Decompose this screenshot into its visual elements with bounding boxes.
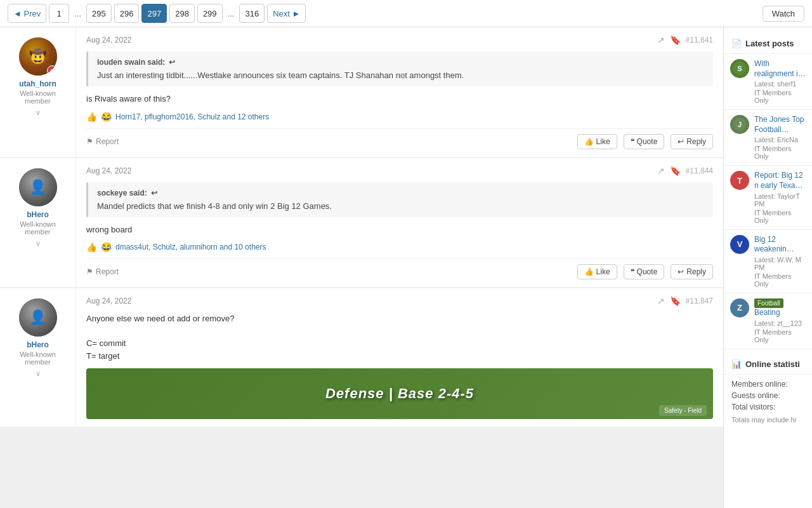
- post-11847: 👤 bHero Well-known member ∨ Aug 24, 2022…: [0, 288, 723, 427]
- guests-online-row: Guests online:: [731, 391, 804, 400]
- pagination-bar: ◄ Prev 1 ... 295 296 297 298 299 ... 316…: [0, 0, 812, 27]
- author-role: Well-known member: [6, 220, 69, 236]
- page-295[interactable]: 295: [86, 4, 112, 23]
- like-button[interactable]: 👍 Like: [577, 264, 617, 279]
- post-footer: ⚑ Report 👍 Like ❝ Quote ↩: [86, 258, 713, 279]
- latest-post-3[interactable]: T Report: Big 12 n early Texas, Okl Late…: [724, 166, 812, 229]
- admin-badge: A: [47, 65, 57, 76]
- total-visitors-row: Total visitors:: [731, 403, 804, 411]
- reply-button[interactable]: ↩ Reply: [671, 134, 713, 149]
- avatar: 🤠 A: [19, 37, 57, 76]
- safety-label: Safety - Field: [664, 407, 702, 414]
- bookmark-icon[interactable]: 🔖: [670, 296, 681, 306]
- quote-block: sockeye said: ↩ Mandel predicts that we …: [86, 182, 713, 217]
- reply-btn-icon: ↩: [678, 137, 684, 146]
- author-chevron[interactable]: ∨: [6, 109, 69, 117]
- page-297[interactable]: 297: [141, 4, 167, 23]
- share-icon[interactable]: ↗: [657, 166, 665, 176]
- page-316[interactable]: 316: [239, 4, 265, 23]
- share-icon[interactable]: ↗: [657, 296, 665, 306]
- members-label: Members online:: [731, 380, 788, 389]
- like-btn-icon: 👍: [584, 267, 594, 276]
- quote-attribution: sockeye said: ↩: [97, 189, 704, 197]
- lp-content-5: Football Beating Latest: zt__123 IT Memb…: [754, 298, 806, 344]
- reaction-users[interactable]: Horn17, pflughorn2016, Schulz and 12 oth…: [115, 112, 269, 121]
- page-299[interactable]: 299: [197, 4, 223, 23]
- quote-attribution: louden swain said: ↩: [97, 58, 704, 67]
- footer-actions: 👍 Like ❝ Quote ↩ Reply: [577, 264, 713, 279]
- post-footer: ⚑ Report 👍 Like ❝ Quote ↩: [86, 128, 713, 149]
- page-298[interactable]: 298: [169, 4, 195, 23]
- quote-button[interactable]: ❝ Quote: [624, 264, 665, 279]
- document-icon: 📄: [731, 39, 742, 48]
- reply-button[interactable]: ↩ Reply: [671, 264, 713, 279]
- author-chevron[interactable]: ∨: [6, 370, 69, 378]
- lp-title-3: Report: Big 12 n early Texas, Okl: [754, 171, 806, 190]
- quote-button[interactable]: ❝ Quote: [624, 134, 665, 149]
- dots-2: ...: [225, 9, 237, 18]
- reply-icon: ↩: [169, 58, 175, 67]
- post-actions-top: ↗ 🔖 #11,844: [657, 166, 713, 176]
- like-btn-icon: 👍: [584, 137, 594, 146]
- post-author-bhero-2: 👤 bHero Well-known member ∨: [0, 288, 76, 427]
- visitors-label: Total visitors:: [731, 403, 775, 411]
- post-id: #11,841: [686, 36, 713, 44]
- post-content: Aug 24, 2022 ↗ 🔖 #11,844 sockeye said: ↩…: [76, 158, 723, 288]
- reaction-users[interactable]: dmass4ut, Schulz, alumnihorn and 10 othe…: [115, 243, 266, 251]
- post-author-utah-horn: 🤠 A utah_horn Well-known member ∨: [0, 27, 76, 157]
- lp-access-2: IT Members Only: [754, 145, 806, 160]
- lp-title-4: Big 12 weakenin entering early c ESPN, F…: [754, 235, 806, 255]
- quote-text: Just an interesting tidbit......Westlake…: [97, 70, 704, 80]
- post-content: Aug 24, 2022 ↗ 🔖 #11,841 louden swain sa…: [76, 27, 723, 157]
- online-stats: Members online: Guests online: Total vis…: [724, 375, 812, 430]
- posts-area: 🤠 A utah_horn Well-known member ∨ Aug 24…: [0, 27, 723, 508]
- report-icon: ⚑: [86, 137, 93, 146]
- lp-content-1: With realignment in enviable posi Latest…: [754, 59, 806, 104]
- prev-button[interactable]: ◄ Prev: [8, 4, 46, 23]
- defense-image: Defense | Base 2-4-5 Safety - Field: [86, 368, 713, 419]
- bookmark-icon[interactable]: 🔖: [670, 35, 681, 45]
- page-296[interactable]: 296: [114, 4, 140, 23]
- share-icon[interactable]: ↗: [657, 35, 665, 45]
- author-name: utah_horn: [6, 79, 69, 88]
- totals-note: Totals may include hi: [731, 415, 804, 425]
- latest-post-1[interactable]: S With realignment in enviable posi Late…: [724, 54, 812, 110]
- post-11841: 🤠 A utah_horn Well-known member ∨ Aug 24…: [0, 27, 723, 157]
- next-button[interactable]: Next ►: [267, 4, 306, 23]
- lp-avatar-1: S: [730, 59, 749, 78]
- lp-access-1: IT Members Only: [754, 89, 806, 104]
- football-tag: Football: [754, 298, 783, 308]
- quote-btn-icon: ❝: [631, 267, 634, 276]
- latest-post-2[interactable]: J The Jones Top Football College Footbal…: [724, 110, 812, 166]
- latest-post-5[interactable]: Z Football Beating Latest: zt__123 IT Me…: [724, 293, 812, 349]
- lp-avatar-3: T: [730, 171, 749, 190]
- author-name: bHero: [6, 210, 69, 219]
- quote-btn-icon: ❝: [631, 137, 634, 146]
- laugh-icon: 😂: [101, 242, 112, 252]
- post-body: wrong board: [86, 224, 713, 236]
- post-content: Aug 24, 2022 ↗ 🔖 #11,847 Anyone else we …: [76, 288, 723, 427]
- post-actions-top: ↗ 🔖 #11,841: [657, 35, 713, 45]
- main-layout: 🤠 A utah_horn Well-known member ∨ Aug 24…: [0, 27, 812, 508]
- post-header: Aug 24, 2022 ↗ 🔖 #11,844: [86, 166, 713, 176]
- quote-text: Mandel predicts that we finish 4-8 and o…: [97, 201, 704, 211]
- report-button[interactable]: ⚑ Report: [86, 137, 119, 146]
- watch-button[interactable]: Watch: [763, 6, 804, 22]
- avatar: 👤: [19, 298, 57, 337]
- post-date: Aug 24, 2022: [86, 36, 131, 44]
- bookmark-icon[interactable]: 🔖: [670, 166, 681, 176]
- lp-content-2: The Jones Top Football College Football …: [754, 115, 806, 160]
- lp-meta-2: Latest: EricNa: [754, 136, 806, 144]
- online-stats-section-title: 📊 Online statisti: [724, 354, 812, 375]
- lp-meta-5: Latest: zt__123: [754, 319, 806, 327]
- author-chevron[interactable]: ∨: [6, 239, 69, 248]
- page-1[interactable]: 1: [49, 4, 69, 23]
- report-icon: ⚑: [86, 267, 93, 276]
- latest-post-4[interactable]: V Big 12 weakenin entering early c ESPN,…: [724, 230, 812, 293]
- like-button[interactable]: 👍 Like: [577, 134, 617, 149]
- lp-content-4: Big 12 weakenin entering early c ESPN, F…: [754, 235, 806, 288]
- lp-access-5: IT Members Only: [754, 328, 806, 344]
- post-date: Aug 24, 2022: [86, 166, 131, 175]
- report-button[interactable]: ⚑ Report: [86, 267, 119, 276]
- lp-title-5: Football Beating: [754, 298, 806, 318]
